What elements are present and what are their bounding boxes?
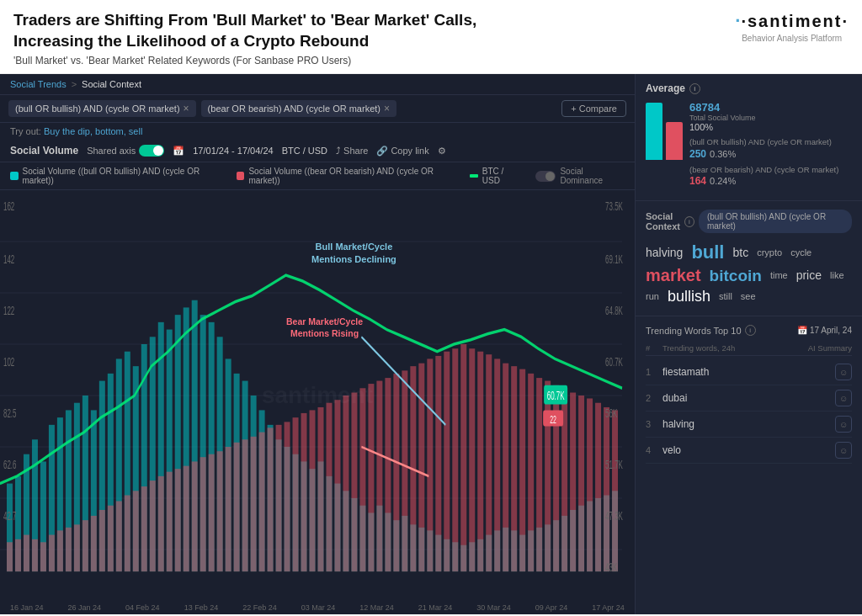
breadcrumb-part1[interactable]: Social Trends — [10, 79, 67, 89]
svg-rect-135 — [469, 349, 475, 572]
x-label-10: 17 Apr 24 — [592, 603, 625, 612]
wc-run[interactable]: run — [646, 292, 659, 301]
svg-rect-137 — [486, 355, 492, 572]
copy-link-button[interactable]: 🔗 Copy link — [376, 146, 428, 157]
try-out-link[interactable]: Buy the dip, bottom, sell — [44, 126, 142, 136]
trending-row-1-ai[interactable]: ☺ — [835, 364, 852, 380]
svg-rect-90 — [91, 516, 97, 571]
share-label: Share — [343, 146, 368, 156]
trending-row-3-word[interactable]: halving — [662, 418, 835, 430]
avg-row-1-label: (bull OR bullish) AND (cycle OR market) — [689, 137, 852, 147]
chart-legend: Social Volume ((bull OR bullish) AND (cy… — [0, 162, 635, 190]
trending-row-4-ai[interactable]: ☺ — [835, 442, 852, 459]
wc-still[interactable]: still — [719, 292, 732, 301]
wc-halving[interactable]: halving — [646, 247, 683, 258]
svg-rect-86 — [57, 531, 63, 572]
svg-rect-100 — [175, 470, 181, 572]
wc-bull[interactable]: bull — [691, 243, 724, 262]
btc-pair[interactable]: BTC / USD — [282, 146, 327, 156]
wc-btc[interactable]: btc — [732, 247, 748, 258]
tag-chip-1[interactable]: (bull OR bullish) AND (cycle OR market) … — [8, 100, 196, 117]
svg-rect-116 — [310, 411, 316, 572]
tag-chip-2-close[interactable]: × — [384, 103, 390, 114]
trending-row-1: 1 fiestamath ☺ — [646, 359, 852, 385]
shared-axis-toggle[interactable]: Shared axis — [87, 145, 164, 157]
x-label-3: 13 Feb 24 — [184, 603, 219, 612]
tag-chip-2[interactable]: (bear OR bearish) AND (cycle OR market) … — [201, 100, 396, 117]
svg-rect-99 — [167, 472, 173, 572]
col-num-header: # — [646, 343, 662, 353]
trending-row-4-word[interactable]: velo — [662, 444, 835, 456]
legend-dot-cyan — [10, 172, 19, 180]
trending-row-3: 3 halving ☺ — [646, 412, 852, 438]
x-label-0: 16 Jan 24 — [10, 603, 44, 612]
wc-price[interactable]: price — [796, 269, 822, 281]
svg-rect-123 — [368, 384, 374, 571]
social-context-tag: (bull OR bullish) AND (cycle OR market) — [699, 210, 852, 233]
top-header: Traders are Shifting From 'Bull Market' … — [0, 0, 862, 74]
svg-text:62.6: 62.6 — [3, 459, 17, 471]
shared-axis-label: Shared axis — [87, 146, 136, 156]
avg-row-1-value: 250 — [689, 148, 706, 160]
trending-row-4-num: 4 — [646, 445, 662, 455]
social-dominance-toggle[interactable]: Social Dominance — [535, 167, 625, 185]
average-info-icon[interactable]: i — [689, 83, 700, 94]
svg-rect-91 — [99, 510, 105, 571]
trending-date: 📅 17 April, 24 — [797, 326, 852, 335]
trending-section: Trending Words Top 10 i 📅 17 April, 24 #… — [636, 316, 862, 614]
copy-link-label: Copy link — [391, 146, 428, 156]
avg-row-2-pct: 0.24% — [710, 176, 736, 186]
tag-chip-2-label: (bear OR bearish) AND (cycle OR market) — [208, 104, 380, 114]
trending-row-3-num: 3 — [646, 419, 662, 429]
wc-like[interactable]: like — [830, 271, 844, 280]
wc-time[interactable]: time — [770, 271, 788, 280]
social-context-info-icon[interactable]: i — [684, 216, 694, 227]
average-stats: 68784 Total Social Volume 100% (bull OR … — [689, 101, 852, 192]
svg-rect-103 — [200, 458, 206, 572]
trending-row-3-ai[interactable]: ☺ — [835, 416, 852, 433]
svg-rect-104 — [209, 454, 215, 571]
x-label-9: 09 Apr 24 — [535, 603, 568, 612]
toggle-track[interactable] — [139, 145, 164, 157]
svg-rect-121 — [351, 393, 357, 572]
wc-bitcoin[interactable]: bitcoin — [710, 268, 762, 284]
settings-button[interactable]: ⚙ — [438, 146, 446, 157]
svg-rect-114 — [293, 418, 299, 572]
legend-dot-green — [470, 174, 477, 178]
wc-cycle[interactable]: cycle — [790, 248, 811, 258]
svg-rect-102 — [192, 462, 198, 572]
svg-rect-96 — [141, 486, 147, 571]
wc-see[interactable]: see — [741, 292, 756, 301]
title-block: Traders are Shifting From 'Bull Market' … — [13, 10, 718, 66]
total-social-volume-label: Total Social Volume — [689, 114, 852, 122]
col-ai-header: AI Summary — [801, 343, 852, 353]
avg-row-2-label: (bear OR bearish) AND (cycle OR market) — [689, 165, 852, 175]
svg-rect-107 — [234, 443, 240, 571]
social-context-header: SocialContext i (bull OR bullish) AND (c… — [646, 210, 852, 233]
share-button[interactable]: ⤴ Share — [336, 146, 368, 156]
trending-info-icon[interactable]: i — [745, 325, 756, 336]
x-label-7: 21 Mar 24 — [418, 603, 453, 612]
svg-rect-120 — [343, 396, 349, 571]
breadcrumb-current: Social Context — [82, 79, 141, 89]
tag-chip-1-close[interactable]: × — [184, 103, 189, 114]
trending-label: Trending Words Top 10 — [646, 326, 742, 336]
sd-toggle-track[interactable] — [535, 171, 556, 182]
share-icon: ⤴ — [336, 146, 341, 156]
link-icon: 🔗 — [376, 146, 388, 157]
svg-rect-95 — [133, 491, 139, 572]
wc-market[interactable]: market — [646, 267, 701, 284]
wc-crypto[interactable]: crypto — [757, 248, 782, 258]
trending-header-left: Trending Words Top 10 i — [646, 325, 756, 336]
svg-rect-124 — [376, 381, 382, 572]
compare-button[interactable]: + Compare — [561, 100, 626, 117]
wc-bullish[interactable]: bullish — [668, 289, 710, 304]
main-title: Traders are Shifting From 'Bull Market' … — [13, 10, 552, 51]
trending-table-header: # Trending words, 24h AI Summary — [646, 341, 852, 356]
svg-rect-150 — [595, 403, 601, 571]
trending-row-1-word[interactable]: fiestamath — [662, 366, 835, 378]
trending-row-2-word[interactable]: dubai — [662, 392, 835, 404]
avg-row-2: (bear OR bearish) AND (cycle OR market) … — [689, 165, 852, 187]
svg-text:162: 162 — [3, 201, 14, 214]
trending-row-2-ai[interactable]: ☺ — [835, 390, 852, 406]
